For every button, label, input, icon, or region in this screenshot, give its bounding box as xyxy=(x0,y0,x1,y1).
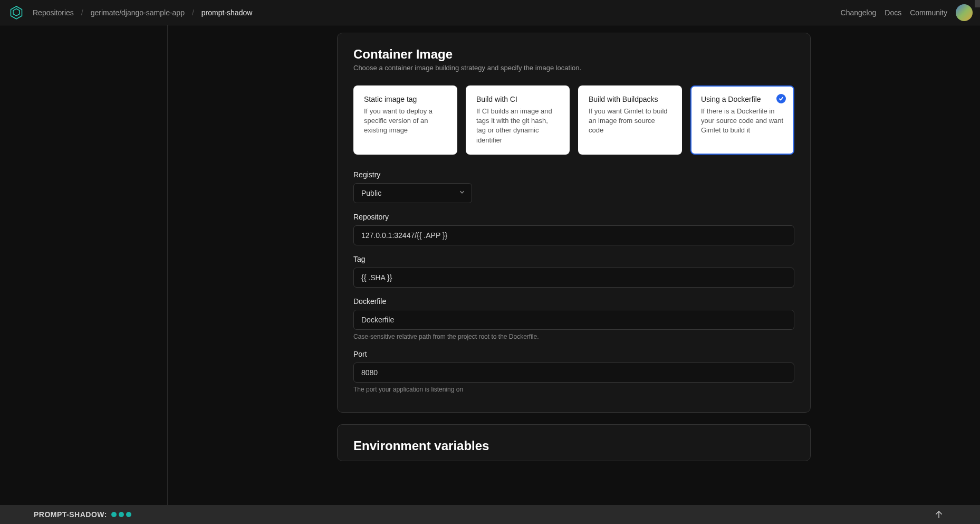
nav-changelog[interactable]: Changelog xyxy=(841,8,877,17)
breadcrumb-sep: / xyxy=(192,8,194,17)
strategy-title: Build with Buildpacks xyxy=(589,95,671,103)
field-repository: Repository xyxy=(353,213,794,245)
port-input[interactable] xyxy=(353,363,794,383)
topbar: Repositories / gerimate/django-sample-ap… xyxy=(0,0,980,25)
main: Container Image Choose a container image… xyxy=(168,25,980,505)
field-dockerfile: Dockerfile Case-sensitive relative path … xyxy=(353,297,794,340)
strategy-desc: If CI builds an image and tags it with t… xyxy=(476,107,559,145)
topbar-left: Repositories / gerimate/django-sample-ap… xyxy=(7,4,252,22)
strategy-desc: If you want to deploy a specific version… xyxy=(364,107,447,136)
svg-marker-1 xyxy=(13,8,20,16)
panel-title: Container Image xyxy=(353,47,794,62)
layout: Container Image Choose a container image… xyxy=(0,25,980,505)
avatar[interactable] xyxy=(956,4,973,21)
nav-docs[interactable]: Docs xyxy=(885,8,901,17)
port-label: Port xyxy=(353,350,794,358)
svg-marker-0 xyxy=(11,6,22,19)
scroll-top-button[interactable] xyxy=(931,507,946,522)
status-dot xyxy=(119,512,124,517)
sidebar xyxy=(0,25,168,505)
content-column: Container Image Choose a container image… xyxy=(337,33,811,484)
strategy-static-image[interactable]: Static image tag If you want to deploy a… xyxy=(353,85,457,155)
statusbar: PROMPT-SHADOW: xyxy=(0,505,980,524)
strategy-desc: If you want Gimlet to build an image fro… xyxy=(589,107,671,136)
app-logo[interactable] xyxy=(7,4,25,22)
nav-community[interactable]: Community xyxy=(910,8,947,17)
container-image-panel: Container Image Choose a container image… xyxy=(337,33,811,413)
breadcrumb: Repositories / gerimate/django-sample-ap… xyxy=(33,8,252,17)
repository-input[interactable] xyxy=(353,225,794,245)
repository-label: Repository xyxy=(353,213,794,221)
page-scroll-indicator xyxy=(975,0,980,7)
strategy-title: Using a Dockerfile xyxy=(701,95,784,103)
status-dot xyxy=(126,512,131,517)
strategy-buildpacks[interactable]: Build with Buildpacks If you want Gimlet… xyxy=(578,85,682,155)
breadcrumb-repo[interactable]: gerimate/django-sample-app xyxy=(91,8,185,17)
strategy-title: Build with CI xyxy=(476,95,559,103)
strategy-dockerfile[interactable]: Using a Dockerfile If there is a Dockerf… xyxy=(690,85,794,155)
strategy-desc: If there is a Dockerfile in your source … xyxy=(701,107,784,136)
status-dots xyxy=(111,512,131,517)
dockerfile-input[interactable] xyxy=(353,310,794,330)
breadcrumb-page[interactable]: prompt-shadow xyxy=(201,8,253,17)
field-tag: Tag xyxy=(353,255,794,288)
status-label: PROMPT-SHADOW: xyxy=(34,510,107,519)
dockerfile-help: Case-sensitive relative path from the pr… xyxy=(353,333,794,340)
env-vars-title: Environment variables xyxy=(353,439,794,453)
status-left: PROMPT-SHADOW: xyxy=(34,510,131,519)
field-registry: Registry xyxy=(353,170,794,203)
tag-label: Tag xyxy=(353,255,794,263)
breadcrumb-sep: / xyxy=(81,8,83,17)
env-vars-panel: Environment variables xyxy=(337,424,811,461)
strategy-build-ci[interactable]: Build with CI If CI builds an image and … xyxy=(466,85,570,155)
registry-label: Registry xyxy=(353,170,794,179)
breadcrumb-root[interactable]: Repositories xyxy=(33,8,74,17)
registry-select[interactable] xyxy=(353,183,472,203)
status-dot xyxy=(111,512,117,517)
dockerfile-label: Dockerfile xyxy=(353,297,794,306)
topbar-right: Changelog Docs Community xyxy=(841,4,973,21)
check-icon xyxy=(776,94,786,103)
strategy-row: Static image tag If you want to deploy a… xyxy=(353,85,794,155)
port-help: The port your application is listening o… xyxy=(353,386,794,393)
strategy-title: Static image tag xyxy=(364,95,447,103)
field-port: Port The port your application is listen… xyxy=(353,350,794,393)
registry-select-wrap xyxy=(353,183,472,203)
tag-input[interactable] xyxy=(353,268,794,288)
panel-subtitle: Choose a container image building strate… xyxy=(353,64,794,72)
